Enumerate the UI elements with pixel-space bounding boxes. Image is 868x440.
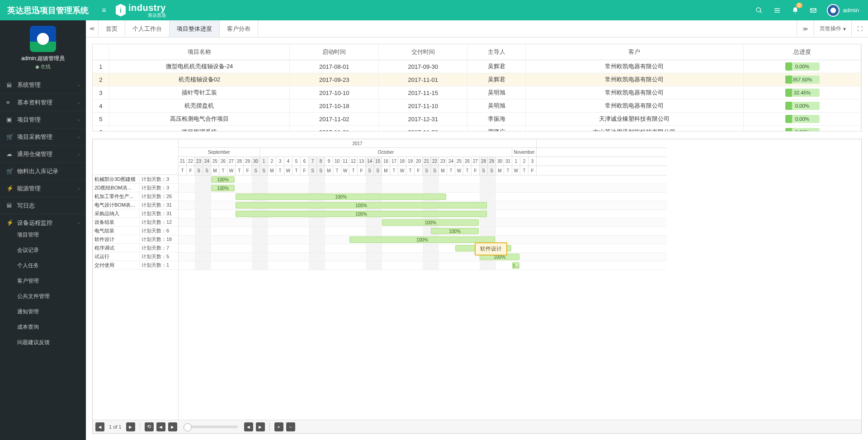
mail-icon[interactable] — [804, 0, 822, 20]
sidebar-toggle-icon[interactable]: ≡ — [96, 6, 112, 14]
bell-icon[interactable]: 0 — [786, 0, 804, 20]
logo-icon: i — [116, 4, 126, 17]
user-name: admin — [843, 7, 859, 14]
tasks-icon[interactable] — [768, 0, 786, 20]
nav-right: 0 admin — [750, 0, 868, 20]
search-icon[interactable] — [750, 0, 768, 20]
logo-sub-text: 英达思迅 — [128, 13, 166, 18]
nav-left: 英达思迅项目管理系统 ≡ i industry 英达思迅 — [0, 3, 166, 18]
user-menu[interactable]: admin — [822, 4, 863, 17]
avatar-icon — [827, 4, 840, 17]
top-navbar: 英达思迅项目管理系统 ≡ i industry 英达思迅 0 admin — [0, 0, 868, 20]
brand-title: 英达思迅项目管理系统 — [0, 5, 96, 16]
logo: i industry 英达思迅 — [112, 3, 166, 18]
notification-badge: 0 — [796, 3, 802, 8]
logo-main-text: industry — [128, 3, 166, 12]
